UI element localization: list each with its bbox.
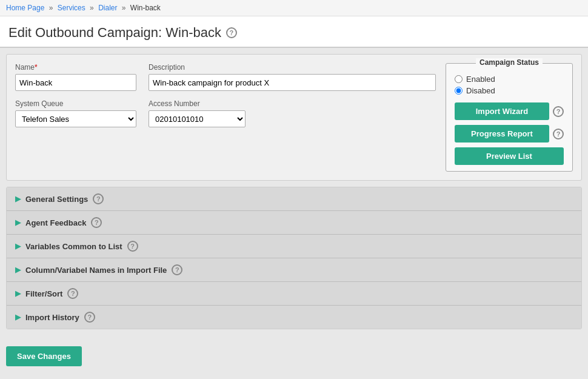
campaign-status-title: Campaign Status [476,58,543,67]
access-label: Access Number [149,99,246,108]
section-help-icon[interactable]: ? [67,288,78,299]
section-arrow-icon: ▶ [15,289,21,298]
section-row[interactable]: ▶Variables Common to List? [7,235,581,258]
campaign-status-panel: Campaign Status Enabled Disabed Import W… [446,63,573,172]
form-panel: Name* Description System Queue Telefon S… [6,54,582,181]
section-help-icon[interactable]: ? [84,312,95,323]
page-title: Edit Outbound Campaign: Win-back ? [8,25,580,41]
section-arrow-icon: ▶ [15,195,21,203]
section-arrow-icon: ▶ [15,266,21,274]
access-select[interactable]: 02010101010 [149,110,246,127]
name-label: Name* [15,63,136,72]
progress-report-help-icon[interactable]: ? [553,129,564,139]
name-required: * [35,63,38,72]
queue-select[interactable]: Telefon Sales [15,110,136,127]
action-buttons: Import Wizard ? Progress Report ? Previe… [455,102,564,165]
page-header: Edit Outbound Campaign: Win-back ? [0,16,588,48]
section-label: Filter/Sort [25,289,62,298]
section-help-icon[interactable]: ? [127,241,138,252]
section-arrow-icon: ▶ [15,242,21,250]
description-label: Description [149,63,436,72]
breadcrumb-sep2: » [90,4,94,12]
sections-list: ▶General Settings?▶Agent Feedback?▶Varia… [6,187,582,329]
section-row[interactable]: ▶General Settings? [7,187,581,211]
status-disabled[interactable]: Disabed [455,86,564,95]
form-row-2: System Queue Telefon Sales Access Number… [15,99,436,127]
queue-label: System Queue [15,99,136,108]
name-input[interactable] [15,74,136,91]
section-help-icon[interactable]: ? [172,264,182,275]
section-label: Agent Feedback [25,218,86,227]
section-label: Import History [25,313,79,322]
status-enabled-radio[interactable] [455,75,463,83]
page-help-icon[interactable]: ? [226,27,237,38]
import-wizard-button[interactable]: Import Wizard [455,102,549,120]
status-radio-group: Enabled Disabed [455,75,564,95]
queue-group: System Queue Telefon Sales [15,99,136,127]
status-disabled-label: Disabed [466,86,495,95]
preview-list-row: Preview List [455,147,564,165]
section-row[interactable]: ▶Column/Variabel Names in Import File? [7,258,581,282]
footer-bar: Save Changes [0,341,588,371]
breadcrumb-sep1: » [49,4,53,12]
form-row-1: Name* Description [15,63,436,91]
breadcrumb: Home Page » Services » Dialer » Win-back [0,0,588,16]
desc-group: Description [149,63,436,91]
main-content: Name* Description System Queue Telefon S… [0,48,588,341]
section-help-icon[interactable]: ? [93,193,104,204]
progress-report-row: Progress Report ? [455,125,564,143]
section-label: General Settings [25,195,88,204]
save-changes-button[interactable]: Save Changes [6,346,82,366]
breadcrumb-services[interactable]: Services [58,4,85,12]
section-row[interactable]: ▶Import History? [7,306,581,329]
breadcrumb-dialer[interactable]: Dialer [98,4,117,12]
section-arrow-icon: ▶ [15,313,21,321]
section-help-icon[interactable]: ? [91,217,102,228]
preview-list-button[interactable]: Preview List [455,147,564,165]
breadcrumb-sep3: » [122,4,126,12]
section-label: Column/Variabel Names in Import File [25,266,167,275]
import-wizard-help-icon[interactable]: ? [553,106,564,117]
description-input[interactable] [149,74,436,91]
section-arrow-icon: ▶ [15,218,21,227]
section-row[interactable]: ▶Agent Feedback? [7,211,581,235]
section-row[interactable]: ▶Filter/Sort? [7,282,581,306]
section-label: Variables Common to List [25,242,122,251]
access-group: Access Number 02010101010 [149,99,246,127]
status-enabled-label: Enabled [466,75,495,84]
status-enabled[interactable]: Enabled [455,75,564,84]
name-group: Name* [15,63,136,91]
breadcrumb-current: Win-back [130,4,161,12]
status-disabled-radio[interactable] [455,87,463,95]
form-fields: Name* Description System Queue Telefon S… [15,63,436,172]
import-wizard-row: Import Wizard ? [455,102,564,120]
progress-report-button[interactable]: Progress Report [455,125,549,143]
breadcrumb-home[interactable]: Home Page [6,4,44,12]
